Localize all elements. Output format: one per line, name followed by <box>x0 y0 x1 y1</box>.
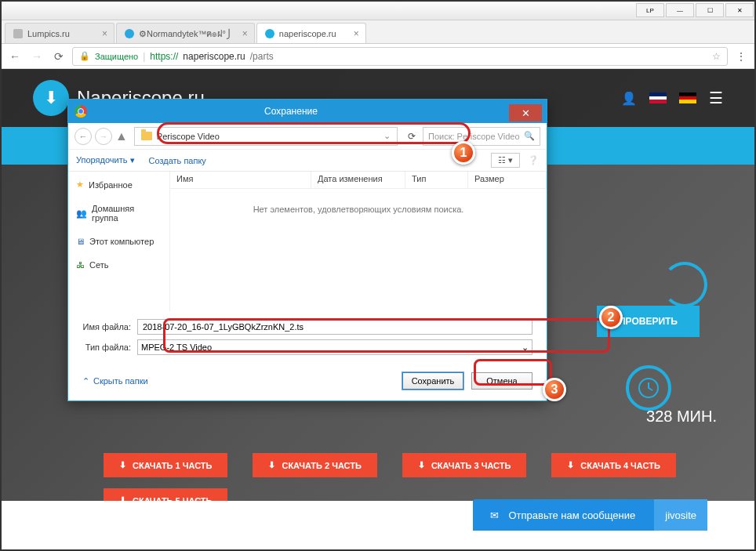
nav-up-icon[interactable]: ▲ <box>115 129 128 143</box>
jivo-brand: jivosite <box>654 499 707 531</box>
chrome-icon <box>75 105 87 118</box>
col-date[interactable]: Дата изменения <box>311 172 405 188</box>
address-bar: ← → ⟳ 🔒 Защищено | https://naperiscope.r… <box>2 44 754 69</box>
dialog-titlebar: Сохранение ✕ <box>68 100 547 123</box>
download-part-3[interactable]: ⬇СКАЧАТЬ 3 ЧАСТЬ <box>402 453 526 477</box>
chevron-down-icon[interactable]: ⌄ <box>383 131 391 141</box>
url-path: /parts <box>250 51 274 62</box>
homegroup-icon: 👥 <box>76 208 87 219</box>
close-icon[interactable]: × <box>242 28 248 39</box>
download-icon: ⬇ <box>268 460 275 470</box>
url-host: naperiscope.ru <box>183 51 245 62</box>
clock-icon <box>626 365 671 411</box>
computer-icon: 🖥 <box>76 237 85 246</box>
window-minimize[interactable]: — <box>666 3 694 17</box>
cancel-button[interactable]: Отмена <box>471 372 532 390</box>
search-field[interactable]: Поиск: Periscope Video 🔍 <box>423 127 540 146</box>
back-button[interactable]: ← <box>6 48 24 65</box>
close-icon[interactable]: × <box>102 28 107 39</box>
filename-label: Имя файла: <box>82 322 137 332</box>
nav-homegroup[interactable]: 👥Домашняя группа <box>75 201 163 226</box>
tab-label: ⚙Normandytek™ฅ๏ฝ°⎭ <box>139 27 232 41</box>
tab-label: naperiscope.ru <box>279 29 336 38</box>
path-segment: Periscope Video <box>157 132 220 141</box>
browser-tabs: Lumpics.ru × ⚙Normandytek™ฅ๏ฝ°⎭ × naperi… <box>2 20 754 44</box>
download-part-4[interactable]: ⬇СКАЧАТЬ 4 ЧАСТЬ <box>551 453 675 477</box>
duration-text: 328 МИН. <box>646 408 717 426</box>
forward-button[interactable]: → <box>28 48 45 65</box>
jivo-text: Отправьте нам сообщение <box>508 509 635 521</box>
nav-forward-button[interactable]: → <box>95 128 112 145</box>
flag-de-icon[interactable] <box>679 92 696 103</box>
search-icon: 🔍 <box>524 131 535 141</box>
empty-message: Нет элементов, удовлетворяющих условиям … <box>170 189 547 214</box>
menu-button[interactable]: ⋮ <box>732 48 750 65</box>
col-size[interactable]: Размер <box>468 172 547 188</box>
mail-icon: ✉ <box>490 509 499 521</box>
col-type[interactable]: Тип <box>405 172 468 188</box>
window-close[interactable]: ✕ <box>725 3 754 17</box>
organize-menu[interactable]: Упорядочить ▾ <box>76 155 135 165</box>
download-part-2[interactable]: ⬇СКАЧАТЬ 2 ЧАСТЬ <box>253 453 376 477</box>
window-titlebar: LP — ☐ ✕ <box>2 2 754 20</box>
progress-circle-icon <box>662 262 707 307</box>
collapse-icon: ⌃ <box>82 376 89 386</box>
search-placeholder: Поиск: Periscope Video <box>428 132 520 141</box>
network-icon: 🖧 <box>76 260 85 270</box>
filename-input[interactable] <box>137 319 532 335</box>
download-icon: ⬇ <box>119 460 126 470</box>
flag-uk-icon[interactable] <box>649 92 667 103</box>
download-icon: ⬇ <box>567 460 574 470</box>
dialog-nav: ← → ▲ Periscope Video ⌄ ⟳ Поиск: Perisco… <box>68 123 547 150</box>
secure-label: Защищено <box>95 52 138 61</box>
download-icon: ⬇ <box>418 460 425 470</box>
bookmark-icon[interactable]: ☆ <box>712 51 721 62</box>
window-maximize[interactable]: ☐ <box>696 3 724 17</box>
reload-button[interactable]: ⟳ <box>50 48 67 65</box>
chevron-down-icon: ⌄ <box>522 343 529 353</box>
path-field[interactable]: Periscope Video ⌄ <box>134 127 398 146</box>
dialog-close-button[interactable]: ✕ <box>509 104 542 121</box>
titlebar-lp: LP <box>636 3 664 17</box>
url-field[interactable]: 🔒 Защищено | https://naperiscope.ru/part… <box>72 47 728 66</box>
file-headers: Имя Дата изменения Тип Размер <box>170 172 547 189</box>
lock-icon: 🔒 <box>79 51 90 61</box>
nav-favorites[interactable]: ★Избранное <box>75 176 163 193</box>
jivo-widget[interactable]: ✉ Отправьте нам сообщение jivosite <box>473 499 707 531</box>
annotation-badge-2: 2 <box>599 306 623 329</box>
nav-this-pc[interactable]: 🖥Этот компьютер <box>75 234 163 249</box>
help-icon[interactable]: ❔ <box>528 155 539 165</box>
save-dialog: Сохранение ✕ ← → ▲ Periscope Video ⌄ ⟳ П… <box>67 99 547 401</box>
col-name[interactable]: Имя <box>170 172 311 188</box>
refresh-button[interactable]: ⟳ <box>404 131 420 142</box>
download-part-1[interactable]: ⬇СКАЧАТЬ 1 ЧАСТЬ <box>104 453 227 477</box>
view-mode-button[interactable]: ☷ ▾ <box>491 153 520 168</box>
tab-label: Lumpics.ru <box>27 29 70 38</box>
save-button[interactable]: Сохранить <box>402 372 463 390</box>
annotation-badge-3: 3 <box>543 378 566 401</box>
filetype-select[interactable]: MPEG-2 TS Video ⌄ <box>137 339 532 355</box>
annotation-badge-1: 1 <box>452 141 475 165</box>
nav-pane: ★Избранное 👥Домашняя группа 🖥Этот компью… <box>68 172 170 311</box>
hide-folders-toggle[interactable]: ⌃ Скрыть папки <box>82 376 148 386</box>
star-icon: ★ <box>76 179 84 190</box>
user-icon[interactable]: 👤 <box>621 91 637 106</box>
close-icon[interactable]: × <box>354 28 359 39</box>
file-list[interactable]: Имя Дата изменения Тип Размер Нет элемен… <box>170 172 547 311</box>
url-scheme: https:// <box>150 51 178 62</box>
tab-lumpics[interactable]: Lumpics.ru × <box>5 23 114 43</box>
nav-back-button[interactable]: ← <box>75 128 92 145</box>
tab-naperiscope[interactable]: naperiscope.ru × <box>256 23 366 43</box>
folder-icon <box>141 132 152 140</box>
hamburger-icon[interactable]: ☰ <box>709 89 723 107</box>
new-folder-button[interactable]: Создать папку <box>149 156 206 165</box>
tab-normandytek[interactable]: ⚙Normandytek™ฅ๏ฝ°⎭ × <box>116 23 255 43</box>
nav-network[interactable]: 🖧Сеть <box>75 257 163 273</box>
filetype-label: Тип файла: <box>82 343 137 352</box>
dialog-title: Сохранение <box>93 106 509 117</box>
download-icon: ⬇ <box>33 80 69 116</box>
